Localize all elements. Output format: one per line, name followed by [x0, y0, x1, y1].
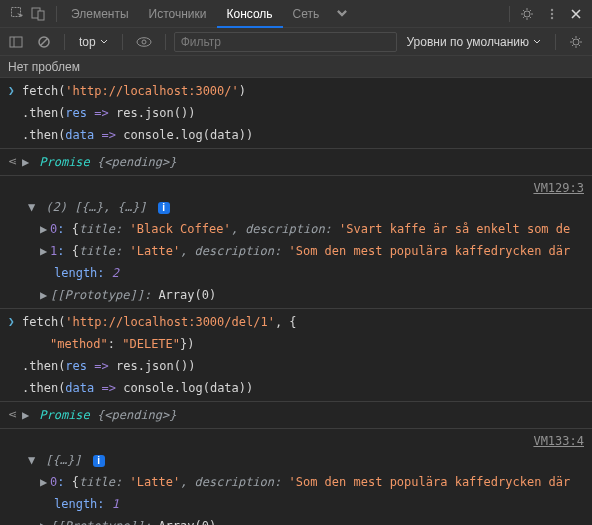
array-item[interactable]: ▶0: {title: 'Black Coffee', description:…	[0, 218, 592, 240]
close-devtools-icon[interactable]	[564, 8, 588, 20]
kebab-menu-icon[interactable]	[540, 7, 564, 21]
prop-key: length	[54, 266, 97, 280]
collapse-icon[interactable]: ▼	[28, 199, 38, 215]
sidebar-toggle-icon[interactable]	[4, 35, 28, 49]
separator	[555, 34, 556, 50]
clear-console-icon[interactable]	[32, 35, 56, 49]
separator	[56, 6, 57, 22]
code-text: "DELETE"	[122, 337, 180, 351]
devtools-tabbar: Элементы Источники Консоль Сеть	[0, 0, 592, 28]
prop-key: description:	[195, 475, 282, 489]
device-toolbar-icon[interactable]	[31, 6, 46, 21]
console-settings-icon[interactable]	[564, 35, 588, 49]
prop-key: [[Prototype]]	[50, 519, 144, 525]
svg-point-14	[551, 16, 553, 18]
code-text: 'http://localhost:3000/'	[65, 84, 238, 98]
code-text: .log	[174, 128, 203, 142]
log-array-summary[interactable]: ▼ (2) [{…}, {…}] i	[0, 196, 592, 218]
context-selector[interactable]: top	[73, 35, 114, 49]
info-badge-icon[interactable]: i	[158, 202, 170, 214]
expand-icon[interactable]: ▶	[40, 221, 50, 237]
console-result-row[interactable]: ⋖ ▶ Promise {<pending>}	[0, 151, 592, 173]
code-text: data	[65, 381, 94, 395]
tab-elements[interactable]: Элементы	[61, 0, 139, 28]
prop-val: 'Latte'	[130, 244, 181, 258]
chevron-down-icon	[533, 38, 541, 46]
info-badge-icon[interactable]: i	[93, 455, 105, 467]
svg-point-3	[524, 11, 530, 17]
array-item[interactable]: ▶1: {title: 'Latte', description: 'Som d…	[0, 240, 592, 262]
prop-val: 1	[112, 497, 119, 511]
tab-network[interactable]: Сеть	[283, 0, 330, 28]
source-ref-row: VM133:4	[0, 431, 592, 449]
prop-key: title:	[79, 475, 122, 489]
console-input-row: .then(res => res.json())	[0, 355, 592, 377]
levels-label: Уровни по умолчанию	[407, 35, 530, 49]
code-text: fetch	[22, 315, 58, 329]
inspect-element-icon[interactable]	[10, 6, 25, 21]
code-text: data	[210, 128, 239, 142]
code-text: .then	[22, 359, 58, 373]
svg-line-28	[572, 44, 574, 46]
log-levels-selector[interactable]: Уровни по умолчанию	[401, 35, 548, 49]
console-toolbar: top Уровни по умолчанию	[0, 28, 592, 56]
console-input-row: .then(data => console.log(data))	[0, 377, 592, 399]
object-name: Promise	[39, 408, 90, 422]
chevron-down-icon	[100, 38, 108, 46]
source-ref-row: VM129:3	[0, 178, 592, 196]
collapse-icon[interactable]: ▼	[28, 452, 38, 468]
svg-line-27	[579, 44, 581, 46]
live-expression-icon[interactable]	[131, 36, 157, 48]
prop-val: 2	[112, 266, 119, 280]
expand-icon[interactable]: ▶	[40, 474, 50, 490]
svg-line-11	[530, 10, 532, 12]
expand-icon[interactable]: ▶	[22, 407, 32, 423]
prop-key: [[Prototype]]	[50, 288, 144, 302]
console-input-row: ❯ fetch('http://localhost:3000/del/1', {	[0, 311, 592, 333]
code-text: data	[210, 381, 239, 395]
more-tabs-icon[interactable]	[329, 7, 355, 21]
svg-line-26	[572, 38, 574, 40]
input-caret-icon: ❯	[8, 314, 15, 330]
svg-point-21	[573, 39, 579, 45]
tab-sources[interactable]: Источники	[139, 0, 217, 28]
expand-icon[interactable]: ▶	[22, 154, 32, 170]
console-input-row: .then(data => console.log(data))	[0, 124, 592, 146]
svg-line-18	[41, 38, 48, 45]
expand-icon[interactable]: ▶	[40, 243, 50, 259]
svg-point-19	[137, 37, 151, 46]
code-text: console	[123, 128, 174, 142]
expand-icon[interactable]: ▶	[40, 518, 50, 525]
prop-key: description:	[245, 222, 332, 236]
prop-val: 'Som den mest populära kaffedrycken där	[289, 244, 571, 258]
array-proto[interactable]: ▶[[Prototype]]: Array(0)	[0, 515, 592, 525]
source-link[interactable]: VM129:3	[533, 181, 584, 195]
array-proto[interactable]: ▶[[Prototype]]: Array(0)	[0, 284, 592, 306]
log-array-summary[interactable]: ▼ [{…}] i	[0, 449, 592, 471]
console-input-row: .then(res => res.json())	[0, 102, 592, 124]
prop-val: 'Black Coffee'	[130, 222, 231, 236]
inspect-tools	[4, 6, 52, 21]
code-text: res	[65, 359, 87, 373]
prop-val: Array(0)	[158, 519, 216, 525]
object-name: Promise	[39, 155, 90, 169]
prop-key: description:	[195, 244, 282, 258]
code-text: console	[123, 381, 174, 395]
array-length: length: 1	[0, 493, 592, 515]
array-length: length: 2	[0, 262, 592, 284]
issues-bar[interactable]: Нет проблем	[0, 56, 592, 78]
code-text: res	[116, 359, 138, 373]
prop-key: title:	[79, 244, 122, 258]
svg-line-8	[523, 10, 525, 12]
separator	[64, 34, 65, 50]
tab-console[interactable]: Консоль	[217, 0, 283, 28]
result-caret-icon: ⋖	[8, 407, 17, 423]
settings-icon[interactable]	[514, 7, 540, 21]
expand-icon[interactable]: ▶	[40, 287, 50, 303]
filter-input[interactable]	[174, 32, 397, 52]
console-result-row[interactable]: ⋖ ▶ Promise {<pending>}	[0, 404, 592, 426]
array-item[interactable]: ▶0: {title: 'Latte', description: 'Som d…	[0, 471, 592, 493]
code-text: res	[116, 106, 138, 120]
code-text: .json	[138, 106, 174, 120]
source-link[interactable]: VM133:4	[533, 434, 584, 448]
